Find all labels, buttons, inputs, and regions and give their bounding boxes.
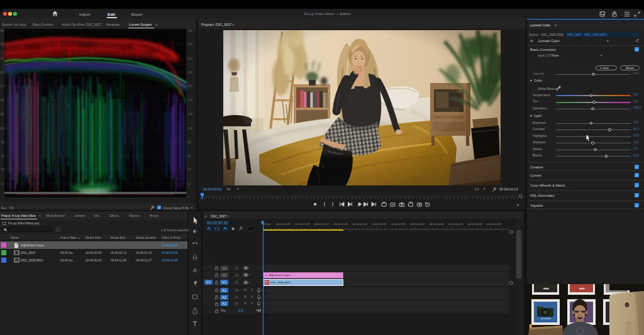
svg-text:64: 64 — [188, 155, 192, 158]
svg-text:00:00:02:59: 00:00:02:59 — [352, 222, 367, 226]
svg-text:43: 43 — [188, 168, 192, 171]
svg-text:106: 106 — [188, 127, 193, 130]
svg-text:128: 128 — [188, 113, 193, 116]
svg-text:128: 128 — [0, 113, 4, 116]
svg-text:213: 213 — [188, 57, 193, 60]
svg-text:43: 43 — [1, 168, 4, 171]
svg-text:00:00: 00:00 — [264, 222, 272, 226]
svg-text:255: 255 — [0, 30, 4, 33]
svg-text:00:00:03:29: 00:00:03:29 — [372, 222, 387, 226]
svg-text:00:00:05:59: 00:00:05:59 — [467, 222, 482, 226]
svg-text:21: 21 — [188, 182, 192, 185]
svg-text:170: 170 — [0, 85, 4, 88]
svg-text:106: 106 — [0, 127, 4, 130]
svg-text:149: 149 — [188, 99, 193, 102]
svg-text:00:00:00:59: 00:00:00:59 — [275, 222, 291, 226]
svg-text:00:00:04:59: 00:00:04:59 — [429, 222, 444, 226]
svg-text:00:00:02:29: 00:00:02:29 — [333, 222, 348, 226]
svg-text:21: 21 — [1, 182, 4, 185]
svg-text:00:00:03:59: 00:00:03:59 — [391, 222, 406, 226]
svg-text:00:00:01:29: 00:00:01:29 — [295, 222, 310, 226]
svg-text:85: 85 — [1, 141, 4, 144]
svg-text:85: 85 — [188, 141, 192, 144]
svg-text:235: 235 — [0, 43, 4, 46]
svg-text:213: 213 — [0, 57, 4, 60]
svg-text:64: 64 — [1, 155, 4, 158]
svg-text:192: 192 — [188, 71, 193, 74]
svg-text:170: 170 — [188, 85, 193, 88]
svg-text:00:00:01:59: 00:00:01:59 — [314, 222, 329, 226]
svg-text:235: 235 — [188, 43, 193, 46]
svg-text:00:00:04:29: 00:00:04:29 — [410, 222, 425, 226]
svg-text:192: 192 — [0, 71, 4, 74]
svg-text:149: 149 — [0, 99, 4, 102]
svg-text:00:00:05:29: 00:00:05:29 — [448, 222, 464, 226]
svg-text:255: 255 — [188, 30, 193, 33]
svg-text:00:00:06:29: 00:00:06:29 — [487, 222, 502, 226]
